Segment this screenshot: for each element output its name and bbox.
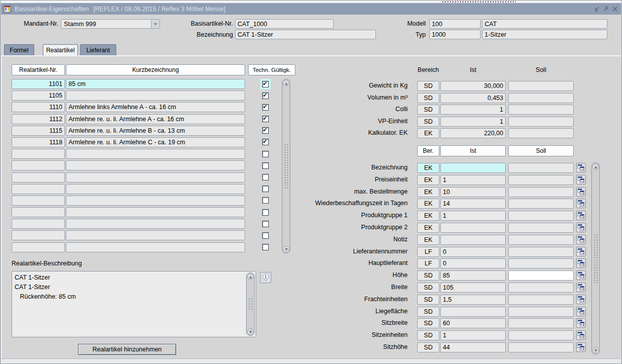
realartikel-nr-cell[interactable] [12,230,65,240]
window-list-icon-button[interactable] [576,235,586,244]
bereich-cell[interactable]: SD [417,307,439,317]
scrollbar-thumb[interactable] [593,170,598,347]
tech-gueltig-checkbox[interactable] [262,244,269,250]
scroll-down-button[interactable] [592,347,599,353]
restore-icon[interactable] [602,6,609,13]
realartikel-nr-cell[interactable]: 1101 [12,79,65,89]
basisartikel-input[interactable]: CAT_1000 [235,19,334,29]
bereich-cell[interactable]: SD [417,81,439,91]
realartikel-nr-cell[interactable] [12,196,65,206]
tech-gueltig-checkbox[interactable] [262,232,269,239]
soll-cell[interactable] [508,258,574,268]
kurzbezeichnung-cell[interactable]: Armlehne re. u. li. Armlehne C - ca. 19 … [66,137,245,147]
bereich-cell[interactable]: EK [417,187,439,197]
realartikel-nr-cell[interactable]: 1118 [12,137,65,147]
ist-cell[interactable]: 85 [440,270,506,281]
ist-cell[interactable] [440,223,506,233]
bezeichnung-input[interactable]: CAT 1-Sitzer [235,30,376,39]
window-list-icon-button[interactable] [576,187,586,197]
ist-cell[interactable] [440,307,506,317]
scroll-down-button[interactable] [283,246,289,252]
ist-cell[interactable] [440,163,506,173]
ist-cell[interactable]: 0,453 [440,93,506,103]
typ-nr-input[interactable]: 1000 [429,30,481,39]
bereich-cell[interactable]: SD [417,117,439,127]
realartikel-nr-cell[interactable] [12,184,65,194]
window-list-icon-button[interactable] [576,247,586,256]
bereich-cell[interactable]: SD [417,93,439,103]
tech-gueltig-checkbox[interactable] [262,116,269,122]
window-list-icon-button[interactable] [576,283,586,292]
realartikel-nr-cell[interactable] [12,242,65,252]
window-list-icon-button[interactable] [576,270,586,280]
soll-cell[interactable] [508,235,574,245]
scrollbar-thumb[interactable] [248,280,253,328]
soll-cell[interactable] [508,247,574,257]
kurzbezeichnung-cell[interactable] [66,207,245,217]
realartikel-nr-cell[interactable]: 1112 [12,114,65,124]
scroll-up-button[interactable] [247,274,254,280]
bereich-cell[interactable]: EK [417,235,439,245]
tech-gueltig-checkbox[interactable] [262,151,269,157]
kurzbezeichnung-cell[interactable] [66,160,245,170]
bereich-cell[interactable]: SD [417,270,439,281]
kurzbezeichnung-cell[interactable] [66,172,245,183]
kurzbezeichnung-cell[interactable] [66,196,245,206]
window-list-icon-button[interactable] [576,258,586,268]
ist-cell[interactable]: 1 [440,211,506,221]
tab-formel[interactable]: Formel [4,44,34,55]
tab-realartikel[interactable]: Realartikel [43,44,78,56]
soll-cell[interactable] [508,223,574,233]
ist-cell[interactable]: 0 [440,258,506,268]
ist-cell[interactable]: 1 [440,175,506,185]
tech-gueltig-checkbox[interactable] [262,197,269,204]
kurzbezeichnung-cell[interactable] [66,90,245,101]
window-list-icon-button[interactable] [576,211,586,220]
soll-cell[interactable] [508,283,574,293]
window-list-icon-button[interactable] [576,307,586,316]
tech-gueltig-checkbox[interactable] [262,174,269,180]
window-list-icon-button[interactable] [576,342,586,352]
window-list-icon-button[interactable] [576,199,586,208]
kurzbezeichnung-cell[interactable] [66,149,245,159]
bereich-cell[interactable]: SD [417,283,439,293]
tech-gueltig-checkbox[interactable] [262,81,269,87]
soll-cell[interactable] [508,187,574,197]
tech-gueltig-checkbox[interactable] [262,93,269,99]
ist-cell[interactable]: 60 [440,318,506,328]
realartikel-nr-cell[interactable] [12,172,65,183]
soll-cell[interactable] [508,81,574,91]
tech-gueltig-checkbox[interactable] [262,162,269,169]
realartikel-nr-cell[interactable]: 1110 [12,102,65,112]
bereich-cell[interactable]: SD [417,318,439,328]
realartikel-nr-cell[interactable]: 1115 [12,126,65,136]
ist-cell[interactable]: 220,00 [440,128,506,138]
scroll-up-button[interactable] [283,80,289,86]
soll-cell[interactable] [508,199,574,209]
hint-button[interactable] [260,272,271,283]
modell-nr-input[interactable]: 100 [429,19,481,29]
scroll-up-button[interactable] [592,163,599,170]
soll-cell[interactable] [508,270,574,281]
close-icon[interactable] [611,6,618,13]
window-list-icon-button[interactable] [576,163,586,172]
modell-name-input[interactable]: CAT [482,19,607,29]
tech-gueltig-checkbox[interactable] [262,139,269,145]
soll-cell[interactable] [508,93,574,103]
window-list-icon-button[interactable] [576,318,586,328]
soll-cell[interactable] [508,295,574,305]
ist-cell[interactable]: 0 [440,247,506,257]
soll-cell[interactable] [508,307,574,317]
bereich-cell[interactable]: EK [417,199,439,209]
properties-scrollbar[interactable] [591,162,600,354]
bereich-cell[interactable]: SD [417,295,439,305]
chevron-down-icon[interactable] [151,20,160,28]
soll-cell[interactable] [508,175,574,185]
kurzbezeichnung-cell[interactable]: Armlehne re. u. li. Armlehne A - ca. 16 … [66,114,245,124]
textarea-scrollbar[interactable] [246,272,255,336]
kurzbezeichnung-cell[interactable] [66,219,245,229]
bereich-cell[interactable]: SD [417,330,439,340]
mandant-select[interactable]: Stamm 999 [61,19,160,29]
kurzbezeichnung-cell[interactable]: 85 cm [66,79,245,89]
ist-cell[interactable]: 1 [440,105,506,115]
